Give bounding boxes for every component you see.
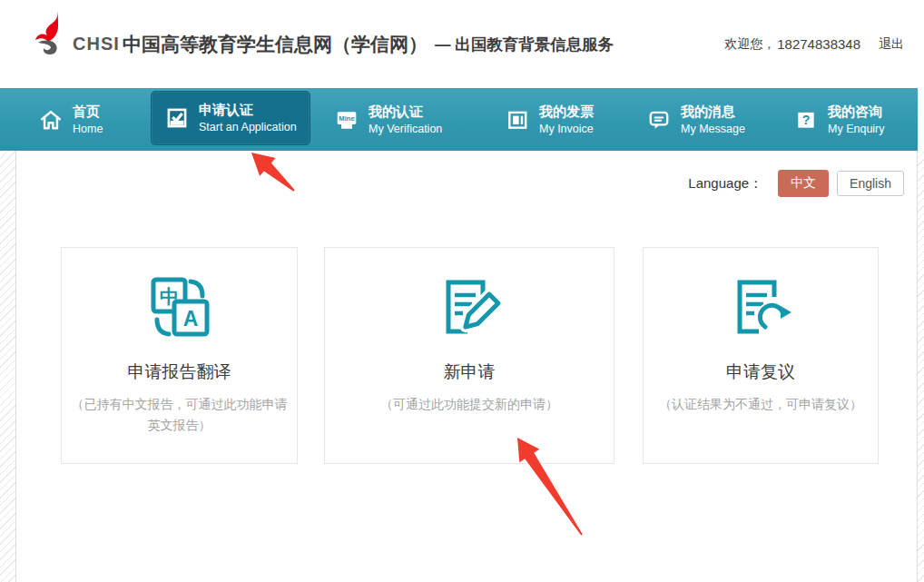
card-new-application[interactable]: 新申请 （可通过此功能提交新的申请）	[324, 247, 614, 464]
nav-item-start-application[interactable]: 申请认证Start an Application	[151, 91, 310, 145]
content-panel: Language： 中文 English 中 A 申请报告翻译 （已持有中文报告…	[15, 151, 918, 582]
card-report-translation[interactable]: 中 A 申请报告翻译 （已持有中文报告，可通过此功能申请英文报告）	[61, 247, 298, 464]
svg-text:?: ?	[801, 112, 810, 126]
card-title: 新申请	[325, 360, 614, 384]
card-review-application[interactable]: 申请复议 （认证结果为不通过，可申请复议）	[643, 247, 879, 464]
logout-link[interactable]: 退出	[879, 36, 904, 53]
mine-badge-icon: Mine	[334, 107, 359, 132]
message-icon	[646, 107, 671, 132]
translate-icon: 中 A	[145, 273, 214, 342]
svg-text:Mine: Mine	[339, 114, 354, 123]
welcome-text: 欢迎您，	[724, 36, 775, 53]
nav-label-zh: 首页	[73, 104, 103, 118]
nav-label-zh: 申请认证	[199, 103, 297, 116]
chsi-logo: CHSI	[33, 11, 120, 56]
site-header: CHSI 中国高等教育学生信息网（学信网） — 出国教育背景信息服务 欢迎您，1…	[0, 0, 924, 88]
nav-label-en: My Verification	[369, 123, 442, 135]
review-icon	[726, 273, 795, 342]
nav-label-en: My Invoice	[539, 123, 594, 135]
nav-label-en: Home	[73, 123, 103, 135]
user-welcome: 欢迎您，18274838348 退出	[724, 0, 904, 88]
language-option-chinese[interactable]: 中文	[778, 170, 829, 197]
nav-label-en: My Message	[681, 123, 745, 135]
card-desc: （已持有中文报告，可通过此功能申请英文报告）	[62, 394, 297, 436]
language-option-english[interactable]: English	[837, 171, 904, 196]
card-desc: （可通过此功能提交新的申请）	[325, 394, 614, 415]
nav-item-my-enquiry[interactable]: ? 我的咨询My Enquiry	[793, 88, 885, 151]
nav-label-zh: 我的发票	[539, 104, 594, 118]
language-label: Language：	[688, 175, 762, 192]
nav-label-en: Start an Application	[199, 122, 297, 133]
question-icon: ?	[793, 107, 818, 132]
nav-item-home[interactable]: 首页Home	[38, 88, 103, 151]
logo-text: CHSI	[73, 34, 120, 54]
site-title-main: 中国高等教育学生信息网（学信网）	[123, 32, 428, 57]
site-title-sub: — 出国教育背景信息服务	[435, 34, 614, 55]
site-title: 中国高等教育学生信息网（学信网） — 出国教育背景信息服务	[123, 0, 614, 88]
nav-label-zh: 我的咨询	[828, 104, 885, 118]
username: 18274838348	[777, 36, 860, 52]
nav-label-zh: 我的认证	[369, 104, 442, 118]
invoice-icon	[505, 107, 529, 132]
nav-item-my-message[interactable]: 我的消息My Message	[646, 88, 745, 151]
nav-label-en: My Enquiry	[828, 123, 885, 135]
card-title: 申请复议	[644, 360, 878, 384]
card-desc: （认证结果为不通过，可申请复议）	[644, 394, 878, 415]
home-icon	[38, 107, 63, 132]
chsi-phoenix-icon	[33, 11, 71, 56]
check-square-icon	[164, 106, 189, 131]
nav-item-my-verification[interactable]: Mine 我的认证My Verification	[334, 88, 442, 151]
page: CHSI 中国高等教育学生信息网（学信网） — 出国教育背景信息服务 欢迎您，1…	[0, 0, 924, 582]
main-nav: 首页Home 申请认证Start an Application Mine	[0, 88, 918, 151]
language-switcher: Language： 中文 English	[688, 170, 904, 197]
card-title: 申请报告翻译	[62, 360, 297, 384]
main-area: Language： 中文 English 中 A 申请报告翻译 （已持有中文报告…	[0, 151, 924, 582]
nav-label-zh: 我的消息	[681, 104, 745, 118]
svg-text:A: A	[182, 307, 198, 330]
new-application-icon	[435, 273, 504, 342]
nav-item-my-invoice[interactable]: 我的发票My Invoice	[505, 88, 594, 151]
